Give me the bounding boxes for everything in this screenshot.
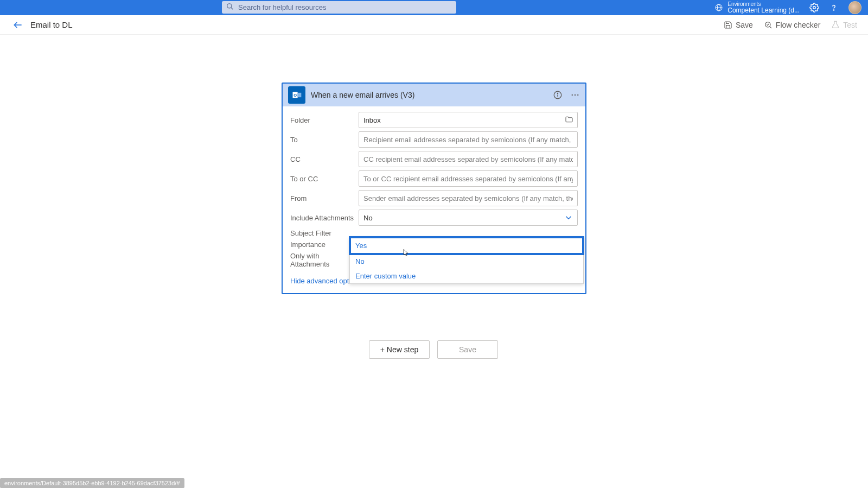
status-bar: environments/Default-3895d5b2-ebb9-4192-… [0, 478, 184, 488]
folder-input[interactable] [359, 112, 578, 128]
flow-checker-icon [764, 21, 773, 29]
card-header[interactable]: O When a new email arrives (V3) [283, 84, 585, 106]
settings-icon[interactable] [809, 3, 819, 12]
flow-title: Email to DL [30, 20, 73, 29]
test-label: Test [843, 21, 857, 29]
svg-point-19 [577, 94, 578, 96]
importance-label: Importance [290, 240, 359, 249]
svg-line-1 [231, 7, 233, 9]
folder-picker-icon[interactable] [565, 115, 575, 125]
include-attachments-select[interactable] [359, 210, 578, 226]
subject-filter-label: Subject Filter [290, 229, 359, 237]
save-label: Save [736, 21, 753, 29]
top-bar: Environments Competent Learning (d... [0, 0, 868, 15]
include-attachments-label: Include Attachments [290, 214, 359, 222]
svg-line-9 [770, 26, 771, 28]
to-input[interactable] [359, 131, 578, 148]
card-title: When a new email arrives (V3) [311, 91, 553, 99]
svg-text:O: O [293, 93, 297, 98]
to-label: To [290, 136, 359, 144]
toorcc-input[interactable] [359, 170, 578, 187]
global-search[interactable] [222, 1, 456, 14]
test-button[interactable]: Test [831, 21, 857, 29]
environment-picker[interactable]: Environments Competent Learning (d... [714, 1, 800, 14]
dropdown-menu: Yes No Enter custom value [349, 237, 584, 284]
sub-bar: Email to DL Save Flow checker Test [0, 15, 868, 35]
dropdown-option-custom[interactable]: Enter custom value [350, 269, 583, 283]
svg-point-18 [575, 94, 576, 96]
only-attachments-label: Only with Attachments [290, 252, 359, 268]
toorcc-label: To or CC [290, 175, 359, 183]
svg-point-17 [572, 94, 573, 96]
environment-name: Competent Learning (d... [727, 7, 800, 14]
new-step-button[interactable]: + New step [369, 340, 430, 359]
more-icon[interactable] [570, 90, 580, 100]
dropdown-option-no[interactable]: No [350, 254, 583, 269]
user-avatar[interactable] [848, 1, 861, 14]
search-icon [226, 3, 234, 12]
svg-point-0 [227, 3, 232, 8]
save-icon [724, 21, 732, 29]
svg-point-5 [813, 7, 816, 9]
save-button[interactable]: Save [724, 21, 753, 29]
cc-input[interactable] [359, 151, 578, 167]
from-label: From [290, 194, 359, 202]
environment-icon [714, 3, 723, 12]
test-icon [831, 21, 840, 29]
dropdown-option-yes[interactable]: Yes [350, 237, 583, 254]
svg-rect-13 [298, 93, 302, 97]
back-button[interactable] [11, 18, 25, 32]
from-input[interactable] [359, 190, 578, 206]
flow-checker-button[interactable]: Flow checker [764, 21, 820, 29]
flow-checker-label: Flow checker [776, 21, 820, 29]
svg-point-15 [557, 93, 558, 93]
folder-label: Folder [290, 116, 359, 124]
info-icon[interactable] [553, 90, 563, 100]
svg-point-6 [833, 10, 834, 10]
environment-label: Environments [727, 1, 800, 7]
search-input[interactable] [238, 3, 452, 11]
cc-label: CC [290, 155, 359, 163]
help-icon[interactable] [829, 3, 839, 12]
chevron-down-icon[interactable] [563, 212, 575, 224]
save-button-bottom[interactable]: Save [437, 340, 498, 359]
outlook-connector-icon: O [288, 86, 305, 104]
